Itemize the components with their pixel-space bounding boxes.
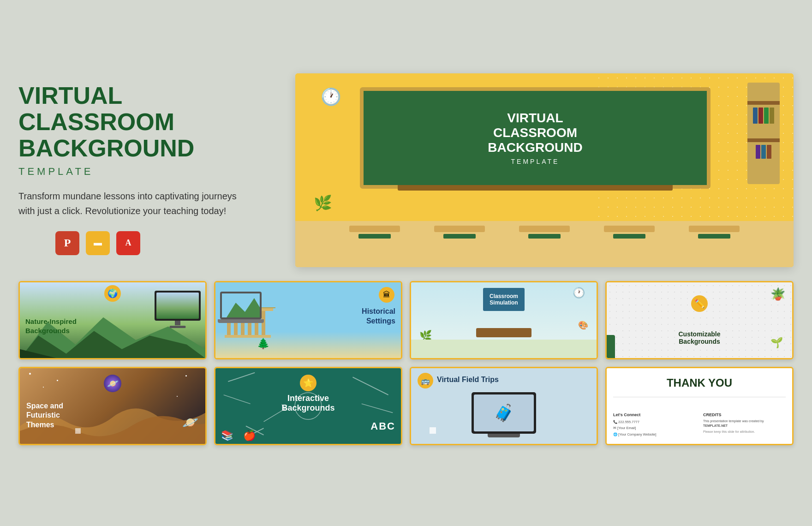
thumbnail-field-trips[interactable]: 🚌 Virtual Field Trips 🧳 (410, 367, 598, 445)
chalkboard-title2: CLASSROOM (488, 126, 582, 140)
description: Transform mundane lessons into captivati… (18, 189, 240, 218)
main-title: VIRTUAL CLASSROOM BACKGROUND (18, 83, 277, 162)
thumbnail-grid-row1: 🌍 Nature-InspiredBackgrounds (18, 281, 794, 359)
hero-slide: 🕐 🌿 VIRTUAL CLASSROOM BACKGROUND TEMPLAT… (295, 73, 794, 267)
monitor-frame (155, 291, 201, 321)
svg-line-15 (228, 373, 255, 382)
thank-you-label: THANK YOU (667, 377, 732, 389)
hero-slide-panel: 🕐 🌿 VIRTUAL CLASSROOM BACKGROUND TEMPLAT… (295, 73, 794, 267)
chalkboard-text: VIRTUAL CLASSROOM BACKGROUND TEMPLATE (488, 111, 582, 165)
thumbnail-customizable[interactable]: ✏️ 🪴 🌱 CustomizableBackgrounds (605, 281, 794, 359)
thumbnail-historical[interactable]: 🌲 🏛 HistoricalSettings (214, 281, 402, 359)
subtitle: TEMPLATE (18, 166, 277, 178)
thumbnail-nature[interactable]: 🌍 Nature-InspiredBackgrounds (18, 281, 207, 359)
svg-line-17 (352, 377, 388, 395)
historical-badge: 🏛 (379, 287, 394, 303)
thumbnail-grid-row2: 🪐 🪐 Space andFuturisticThemes (18, 367, 794, 445)
google-slides-icon[interactable]: ▬ (86, 231, 110, 255)
thumbnail-thank-you[interactable]: THANK YOU Let's Connect 📞 222.555.7777 ✉… (605, 367, 794, 445)
nature-badge: 🌍 (104, 285, 121, 302)
left-panel: VIRTUAL CLASSROOM BACKGROUND TEMPLATE Tr… (18, 73, 277, 264)
main-container: VIRTUAL CLASSROOM BACKGROUND TEMPLATE Tr… (18, 73, 794, 453)
credits-label: CREDITS (703, 412, 786, 417)
svg-line-18 (362, 404, 393, 412)
pdf-icon[interactable]: A (116, 231, 140, 255)
top-section: VIRTUAL CLASSROOM BACKGROUND TEMPLATE Tr… (18, 73, 794, 267)
svg-rect-10 (262, 311, 265, 335)
space-label: Space andFuturisticThemes (26, 401, 63, 430)
chalkboard-subtitle: TEMPLATE (488, 158, 582, 165)
thumbnail-classroom-sim[interactable]: ClassroomSimulation 🕐 🎨 🌿 (410, 281, 598, 359)
chalkboard-title1: VIRTUAL (488, 111, 582, 126)
app-icons-row: P ▬ A (55, 231, 277, 255)
lets-connect-label: Let's Connect (613, 412, 696, 417)
chalkboard-title3: BACKGROUND (488, 140, 582, 155)
svg-line-16 (224, 395, 251, 404)
title-line1: VIRTUAL CLASSROOM (18, 82, 174, 135)
powerpoint-icon[interactable]: P (55, 231, 79, 255)
thumbnail-space[interactable]: 🪐 🪐 Space andFuturisticThemes (18, 367, 207, 445)
thumbnail-interactive[interactable]: ⭐ InteractiveBackgrounds ABC 📚 🍎 (214, 367, 402, 445)
title-line2: BACKGROUND (18, 135, 194, 161)
